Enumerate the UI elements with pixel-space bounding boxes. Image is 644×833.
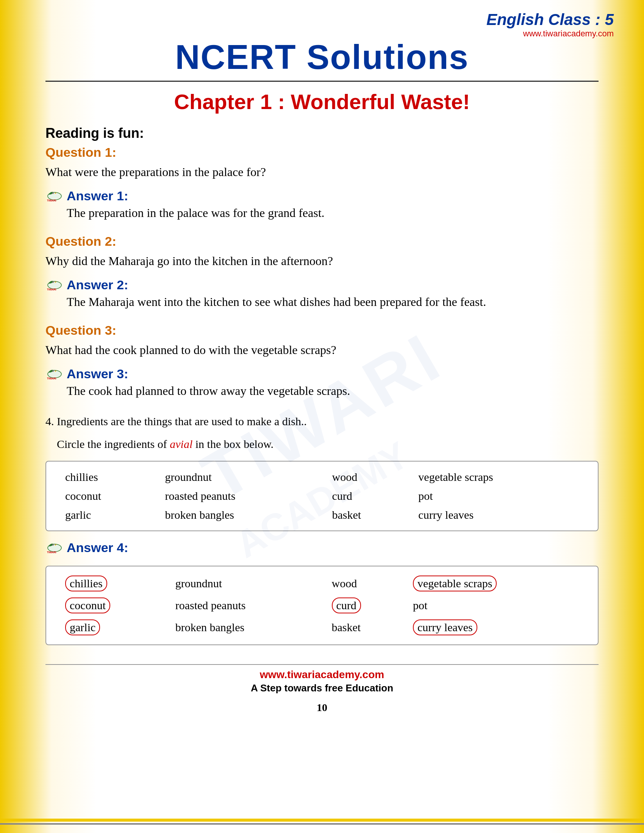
circled-item: vegetable scraps bbox=[413, 576, 497, 592]
table-row: chillies groundnut wood vegetable scraps bbox=[58, 572, 586, 595]
tiwari-bird-icon-1: TIWARI bbox=[45, 189, 64, 203]
tiwari-bird-icon-2: TIWARI bbox=[45, 278, 64, 292]
svg-text:TIWARI: TIWARI bbox=[47, 377, 56, 380]
page-number: 10 bbox=[45, 702, 599, 714]
table-cell: pot bbox=[411, 487, 586, 505]
answer-2-text: The Maharaja went into the kitchen to se… bbox=[67, 292, 599, 312]
answer-3-text: The cook had planned to throw away the v… bbox=[67, 381, 599, 400]
table-row: chillies groundnut wood vegetable scraps bbox=[58, 468, 586, 487]
table-cell: chillies bbox=[58, 572, 168, 595]
svg-text:TIWARI: TIWARI bbox=[47, 199, 56, 202]
table-cell: coconut bbox=[58, 487, 158, 505]
table-cell: curry leaves bbox=[405, 616, 586, 638]
tiwari-logo-3: TIWARI bbox=[45, 367, 64, 381]
table-row: coconut roasted peanuts curd pot bbox=[58, 595, 586, 616]
class-label: English Class : 5 bbox=[486, 11, 614, 29]
circled-item: chillies bbox=[65, 576, 107, 592]
table-cell: groundnut bbox=[168, 572, 324, 595]
answer-2-block: TIWARI Answer 2: The Maharaja went into … bbox=[45, 278, 599, 312]
table-cell: pot bbox=[405, 595, 586, 616]
question-2-section: Question 2: Why did the Maharaja go into… bbox=[45, 234, 599, 270]
top-right-label: English Class : 5 www.tiwariacademy.com bbox=[486, 11, 614, 39]
tiwari-logo-2: TIWARI bbox=[45, 278, 64, 292]
table-cell: vegetable scraps bbox=[405, 572, 586, 595]
question-1-section: Question 1: What were the preparations i… bbox=[45, 145, 599, 181]
table-row: coconut roasted peanuts curd pot bbox=[58, 487, 586, 505]
answer-1-text: The preparation in the palace was for th… bbox=[67, 203, 599, 223]
table-cell: groundnut bbox=[158, 468, 325, 487]
table-row: garlic broken bangles basket curry leave… bbox=[58, 505, 586, 524]
circled-item: curd bbox=[332, 598, 361, 613]
question-3-section: Question 3: What had the cook planned to… bbox=[45, 323, 599, 359]
question-1-label: Question 1: bbox=[45, 145, 599, 160]
bottom-line-gold bbox=[0, 819, 644, 822]
ingredient-box-question: chillies groundnut wood vegetable scraps… bbox=[45, 461, 599, 531]
answer-4-label: Answer 4: bbox=[67, 540, 129, 555]
answer-2-content: Answer 2: The Maharaja went into the kit… bbox=[67, 278, 599, 312]
answer-3-label: Answer 3: bbox=[67, 367, 599, 381]
table-cell: coconut bbox=[58, 595, 168, 616]
answer-1-block: TIWARI Answer 1: The preparation in the … bbox=[45, 188, 599, 223]
answer-1-content: Answer 1: The preparation in the palace … bbox=[67, 188, 599, 223]
tiwari-bird-icon-3: TIWARI bbox=[45, 367, 64, 381]
answer-4-header: TIWARI Answer 4: bbox=[45, 540, 129, 555]
item-4-section: 4. Ingredients are the things that are u… bbox=[45, 412, 599, 453]
item4-instruction: Circle the ingredients of avial in the b… bbox=[45, 435, 599, 453]
circled-item: curry leaves bbox=[413, 619, 477, 635]
avial-word: avial bbox=[170, 438, 192, 450]
svg-text:TIWARI: TIWARI bbox=[47, 551, 56, 553]
table-cell: basket bbox=[325, 505, 411, 524]
answer4-box: chillies groundnut wood vegetable scraps… bbox=[45, 566, 599, 645]
page-container: TIWARI ACADEMY English Class : 5 www.tiw… bbox=[0, 0, 644, 833]
table-cell: curry leaves bbox=[411, 505, 586, 524]
svg-point-2 bbox=[53, 193, 53, 193]
table-cell: chillies bbox=[58, 468, 158, 487]
answer-3-block: TIWARI Answer 3: The cook had planned to… bbox=[45, 367, 599, 400]
table-cell: broken bangles bbox=[158, 505, 325, 524]
table-cell: curd bbox=[324, 595, 406, 616]
tiwari-logo-1: TIWARI bbox=[45, 189, 64, 203]
table-cell: curd bbox=[325, 487, 411, 505]
table-cell: garlic bbox=[58, 616, 168, 638]
table-row: garlic broken bangles basket curry leave… bbox=[58, 616, 586, 638]
circled-item: coconut bbox=[65, 598, 110, 613]
table-cell: garlic bbox=[58, 505, 158, 524]
svg-point-14 bbox=[53, 545, 53, 545]
footer: www.tiwariacademy.com A Step towards fre… bbox=[45, 664, 599, 694]
table-cell: broken bangles bbox=[168, 616, 324, 638]
table-cell: roasted peanuts bbox=[168, 595, 324, 616]
question-3-label: Question 3: bbox=[45, 323, 599, 338]
svg-point-6 bbox=[53, 282, 53, 283]
answer4-table: chillies groundnut wood vegetable scraps… bbox=[58, 572, 586, 638]
item4-intro-text: 4. Ingredients are the things that are u… bbox=[45, 415, 307, 428]
table-cell: basket bbox=[324, 616, 406, 638]
table-cell: roasted peanuts bbox=[158, 487, 325, 505]
question-2-label: Question 2: bbox=[45, 234, 599, 249]
svg-point-10 bbox=[53, 371, 53, 371]
tiwari-logo-4: TIWARI bbox=[45, 541, 64, 555]
answer-1-label: Answer 1: bbox=[67, 188, 599, 203]
table-cell: vegetable scraps bbox=[411, 468, 586, 487]
answer-3-content: Answer 3: The cook had planned to throw … bbox=[67, 367, 599, 400]
circled-item: garlic bbox=[65, 619, 100, 635]
title-divider bbox=[45, 80, 599, 82]
question-3-text: What had the cook planned to do with the… bbox=[45, 341, 599, 359]
answer-4-block: TIWARI Answer 4: chillies groundnut wood… bbox=[45, 540, 599, 645]
table-cell: wood bbox=[324, 572, 406, 595]
footer-tagline: A Step towards free Education bbox=[45, 682, 599, 694]
ingredient-table: chillies groundnut wood vegetable scraps… bbox=[58, 468, 586, 524]
ncert-solutions-title: NCERT Solutions bbox=[45, 38, 599, 77]
chapter-title: Chapter 1 : Wonderful Waste! bbox=[45, 89, 599, 114]
section-heading: Reading is fun: bbox=[45, 125, 599, 141]
main-title-block: NCERT Solutions bbox=[45, 38, 599, 77]
question-1-text: What were the preparations in the palace… bbox=[45, 163, 599, 181]
footer-website: www.tiwariacademy.com bbox=[45, 669, 599, 681]
bottom-line-dark bbox=[0, 823, 644, 825]
svg-text:TIWARI: TIWARI bbox=[47, 288, 56, 291]
tiwari-bird-icon-4: TIWARI bbox=[45, 541, 64, 555]
answer-2-label: Answer 2: bbox=[67, 278, 599, 292]
table-cell: wood bbox=[325, 468, 411, 487]
item4-intro: 4. Ingredients are the things that are u… bbox=[45, 412, 599, 431]
question-2-text: Why did the Maharaja go into the kitchen… bbox=[45, 252, 599, 270]
header-website: www.tiwariacademy.com bbox=[486, 29, 614, 39]
